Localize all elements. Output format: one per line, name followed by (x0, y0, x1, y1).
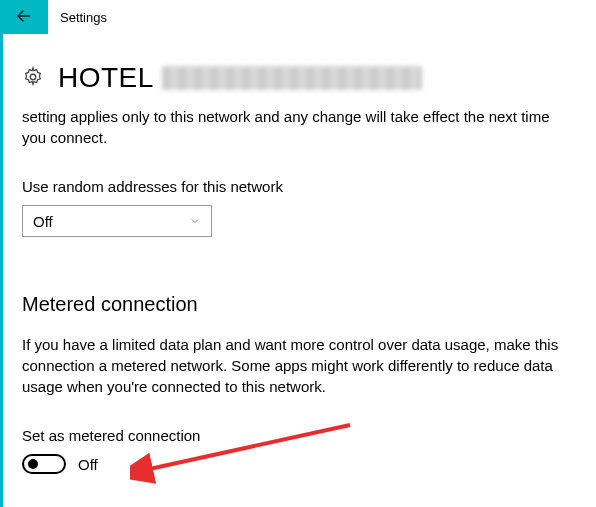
back-button[interactable] (0, 0, 48, 34)
chevron-down-icon (189, 213, 201, 230)
svg-point-1 (30, 74, 36, 80)
back-arrow-icon (15, 7, 33, 28)
metered-heading: Metered connection (22, 293, 576, 316)
random-addresses-dropdown[interactable]: Off (22, 205, 212, 237)
metered-toggle[interactable] (22, 454, 66, 474)
toggle-knob (28, 459, 38, 469)
left-accent-bar (0, 0, 3, 507)
network-description: setting applies only to this network and… (22, 106, 576, 148)
gear-icon (22, 66, 44, 91)
random-addresses-label: Use random addresses for this network (22, 176, 576, 197)
random-addresses-value: Off (33, 213, 53, 230)
header-title: Settings (60, 10, 107, 25)
metered-description: If you have a limited data plan and want… (22, 334, 576, 397)
network-title-row: HOTEL (22, 62, 576, 94)
metered-toggle-label: Set as metered connection (22, 425, 576, 446)
header-bar: Settings (0, 0, 596, 34)
network-name: HOTEL (58, 62, 154, 94)
metered-toggle-state: Off (78, 456, 98, 473)
network-name-redacted (162, 66, 422, 90)
